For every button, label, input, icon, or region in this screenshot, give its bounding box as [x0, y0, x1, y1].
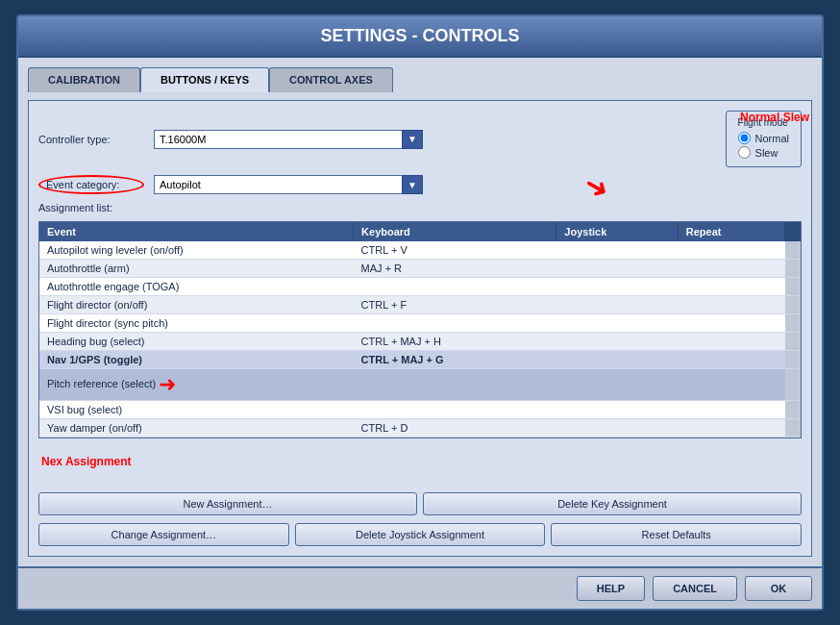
table-cell-scroll: [785, 401, 801, 419]
table-cell-scroll: [785, 419, 801, 438]
table-cell-keyboard: [354, 314, 556, 333]
table-cell-scroll: [785, 278, 801, 296]
col-header-keyboard: Keyboard: [354, 222, 556, 241]
table-cell-keyboard: CTRL + MAJ + G: [354, 351, 556, 369]
table-row[interactable]: VSI bug (select): [39, 401, 801, 419]
table-cell-joystick: [556, 296, 678, 314]
assignment-list-label: Assignment list:: [38, 202, 802, 213]
table-cell-keyboard: MAJ + R: [354, 260, 556, 278]
table-cell-event: Yaw damper (on/off): [39, 419, 354, 438]
title-bar: SETTINGS - CONTROLS: [18, 16, 822, 58]
table-cell-scroll: [785, 333, 801, 351]
event-category-select-wrapper: Autopilot ▼: [154, 175, 423, 194]
table-cell-repeat: [678, 241, 784, 260]
table-cell-joystick: [556, 369, 678, 401]
action-buttons-row1: New Assignment… Delete Key Assignment: [38, 492, 802, 515]
change-assignment-button[interactable]: Change Assignment…: [38, 523, 289, 546]
table-row[interactable]: Flight director (on/off)CTRL + F: [39, 296, 801, 314]
col-header-joystick: Joystick: [556, 222, 678, 241]
table-row[interactable]: Autothrottle (arm)MAJ + R: [39, 260, 801, 278]
tab-calibration[interactable]: CALIBRATION: [28, 67, 140, 92]
assignment-table: Event Keyboard Joystick Repeat Autopilot…: [39, 222, 801, 438]
controller-type-dropdown-arrow[interactable]: ▼: [402, 130, 423, 149]
tab-buttons-keys[interactable]: BUTTONS / KEYS: [140, 67, 269, 92]
table-cell-repeat: [678, 401, 784, 419]
tab-bar: CALIBRATION BUTTONS / KEYS CONTROL AXES: [28, 67, 812, 92]
assignment-table-container[interactable]: Event Keyboard Joystick Repeat Autopilot…: [38, 221, 802, 438]
table-row[interactable]: Autothrottle engage (TOGA): [39, 278, 801, 296]
controller-type-select-wrapper: T.16000M ▼: [154, 130, 423, 149]
flight-mode-normal-row: Normal: [738, 132, 789, 144]
flight-mode-slew-row: Slew: [738, 146, 789, 159]
col-header-event: Event: [39, 222, 354, 241]
table-row[interactable]: Yaw damper (on/off)CTRL + D: [39, 419, 801, 438]
table-cell-repeat: [678, 419, 784, 438]
delete-key-assignment-button[interactable]: Delete Key Assignment: [423, 492, 802, 515]
scroll-header: [785, 222, 801, 241]
event-category-label: Event category:: [38, 175, 144, 194]
table-cell-keyboard: [354, 401, 556, 419]
controller-type-select[interactable]: T.16000M: [154, 130, 423, 149]
table-cell-scroll: [785, 314, 801, 333]
col-header-repeat: Repeat: [678, 222, 784, 241]
table-cell-keyboard: CTRL + D: [354, 419, 556, 438]
table-cell-keyboard: CTRL + F: [354, 296, 556, 314]
assignment-table-wrapper: Event Keyboard Joystick Repeat Autopilot…: [38, 221, 802, 485]
table-cell-repeat: [678, 314, 784, 333]
table-cell-joystick: [556, 419, 678, 438]
table-cell-repeat: [678, 351, 784, 369]
table-cell-event: Autothrottle engage (TOGA): [39, 278, 354, 296]
bottom-bar: HELP CANCEL OK: [18, 566, 822, 609]
cancel-button[interactable]: CANCEL: [653, 576, 737, 601]
table-cell-keyboard: CTRL + MAJ + H: [354, 333, 556, 351]
controller-type-label: Controller type:: [38, 134, 144, 145]
reset-defaults-button[interactable]: Reset Defaults: [551, 523, 802, 546]
help-button[interactable]: HELP: [577, 576, 645, 601]
event-category-row: Event category: Autopilot ▼ ➜: [38, 175, 802, 194]
table-cell-joystick: [556, 278, 678, 296]
flight-mode-title: Flight mode: [738, 117, 789, 128]
table-cell-keyboard: [354, 369, 556, 401]
action-buttons-row2: Change Assignment… Delete Joystick Assig…: [38, 523, 802, 546]
delete-joystick-assignment-button[interactable]: Delete Joystick Assignment: [295, 523, 546, 546]
table-cell-event: Autopilot wing leveler (on/off): [39, 241, 354, 260]
table-cell-joystick: [556, 401, 678, 419]
table-cell-scroll: [785, 296, 801, 314]
table-cell-repeat: [678, 296, 784, 314]
table-cell-keyboard: [354, 278, 556, 296]
table-cell-event: Nav 1/GPS (toggle): [39, 351, 354, 369]
table-cell-event: Flight director (on/off): [39, 296, 354, 314]
table-cell-event: VSI bug (select): [39, 401, 354, 419]
controller-type-row: Controller type: T.16000M ▼ Flight mode …: [38, 111, 802, 167]
table-cell-joystick: [556, 241, 678, 260]
table-cell-keyboard: CTRL + V: [354, 241, 556, 260]
event-category-select[interactable]: Autopilot: [154, 175, 423, 194]
table-cell-event: Autothrottle (arm): [39, 260, 354, 278]
table-row[interactable]: Heading bug (select)CTRL + MAJ + H: [39, 333, 801, 351]
table-cell-repeat: [678, 369, 784, 401]
ok-button[interactable]: OK: [745, 576, 812, 601]
table-cell-joystick: [556, 260, 678, 278]
table-cell-joystick: [556, 314, 678, 333]
flight-mode-slew-label: Slew: [755, 147, 778, 159]
table-cell-repeat: [678, 333, 784, 351]
tab-control-axes[interactable]: CONTROL AXES: [269, 67, 393, 92]
table-cell-joystick: [556, 333, 678, 351]
table-cell-event: Heading bug (select): [39, 333, 354, 351]
table-cell-scroll: [785, 351, 801, 369]
event-category-dropdown-arrow[interactable]: ▼: [402, 175, 423, 194]
table-cell-scroll: [785, 260, 801, 278]
flight-mode-normal-radio[interactable]: [738, 132, 751, 144]
flight-mode-normal-label: Normal: [755, 133, 789, 144]
table-cell-repeat: [678, 260, 784, 278]
table-cell-scroll: [785, 369, 801, 401]
table-row[interactable]: Pitch reference (select) ➜: [39, 369, 801, 401]
table-row[interactable]: Nav 1/GPS (toggle)CTRL + MAJ + G: [39, 351, 801, 369]
flight-mode-box: Flight mode Normal Slew: [726, 111, 802, 167]
table-cell-repeat: [678, 278, 784, 296]
table-cell-joystick: [556, 351, 678, 369]
flight-mode-slew-radio[interactable]: [738, 146, 751, 159]
table-row[interactable]: Autopilot wing leveler (on/off)CTRL + V: [39, 241, 801, 260]
table-row[interactable]: Flight director (sync pitch): [39, 314, 801, 333]
new-assignment-button[interactable]: New Assignment…: [38, 492, 417, 515]
